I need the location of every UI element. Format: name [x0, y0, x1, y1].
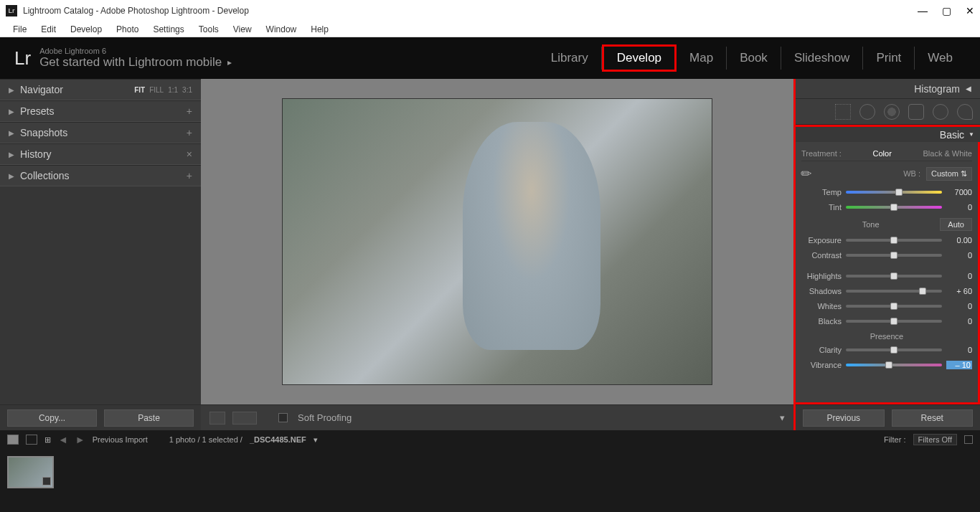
treatment-color[interactable]: Color — [873, 149, 892, 158]
soft-proofing-checkbox[interactable] — [278, 413, 288, 422]
filename-dropdown-icon[interactable]: ▾ — [314, 435, 318, 445]
module-library[interactable]: Library — [538, 47, 602, 70]
redeye-icon[interactable] — [884, 104, 900, 120]
exposure-value[interactable]: 0.00 — [946, 236, 972, 245]
disclosure-icon: ▶ — [9, 151, 14, 158]
basic-panel: Treatment : Color Black & White ✎ WB : C… — [796, 142, 980, 404]
menu-edit[interactable]: Edit — [34, 24, 63, 34]
paste-button[interactable]: Paste — [104, 409, 194, 427]
vibrance-value-input[interactable]: – 10 — [946, 361, 972, 369]
filter-dropdown[interactable]: Filters Off — [913, 434, 957, 445]
shadows-slider[interactable] — [846, 290, 942, 293]
zoom-3to1[interactable]: 3:1 — [182, 86, 192, 94]
nav-back-icon[interactable]: ◄ — [58, 434, 68, 445]
tone-section-label: Tone — [801, 220, 940, 229]
reset-button[interactable]: Reset — [892, 409, 974, 427]
left-panel-group: ▶ Navigator FIT FILL 1:1 3:1 ▶ Presets +… — [0, 79, 201, 430]
auto-tone-button[interactable]: Auto — [940, 218, 972, 231]
identity-subtitle: Adobe Lightroom 6 — [39, 47, 538, 55]
add-icon[interactable]: + — [187, 170, 192, 181]
add-icon[interactable]: + — [187, 127, 192, 138]
menu-photo[interactable]: Photo — [109, 24, 146, 34]
identity-title[interactable]: Get started with Lightroom mobile — [39, 55, 538, 70]
history-panel-header[interactable]: ▶ History × — [0, 143, 201, 165]
adjustment-brush-icon[interactable] — [957, 104, 973, 120]
module-map[interactable]: Map — [677, 47, 727, 70]
zoom-fit[interactable]: FIT — [134, 86, 145, 94]
zoom-fill[interactable]: FILL — [149, 86, 164, 94]
graduated-filter-icon[interactable] — [908, 104, 924, 120]
wb-dropdown[interactable]: Custom ⇅ — [926, 167, 972, 181]
photo-count: 1 photo / 1 selected / — [169, 435, 242, 444]
loupe-view-icon[interactable] — [209, 412, 225, 425]
whites-value[interactable]: 0 — [946, 302, 972, 310]
menu-view[interactable]: View — [226, 24, 259, 34]
filter-lock-icon[interactable] — [964, 435, 973, 444]
contrast-value[interactable]: 0 — [946, 251, 972, 260]
shadows-value[interactable]: + 60 — [946, 287, 972, 295]
spot-removal-icon[interactable] — [859, 104, 875, 120]
module-web[interactable]: Web — [915, 47, 966, 70]
toolbar-dropdown-icon[interactable]: ▾ — [780, 412, 785, 423]
navigator-panel-header[interactable]: ▶ Navigator FIT FILL 1:1 3:1 — [0, 79, 201, 100]
window-titlebar: Lr Lightroom Catalog - Adobe Photoshop L… — [0, 0, 980, 22]
wb-label: WB : — [818, 169, 920, 178]
temp-slider[interactable] — [846, 191, 942, 194]
previous-button[interactable]: Previous — [803, 409, 885, 427]
grid-view-icon[interactable]: ⊞ — [44, 435, 51, 445]
menu-bar: File Edit Develop Photo Settings Tools V… — [0, 22, 980, 37]
tint-value[interactable]: 0 — [946, 203, 972, 212]
main-window-icon[interactable] — [7, 435, 19, 445]
menu-settings[interactable]: Settings — [146, 24, 191, 34]
clarity-value[interactable]: 0 — [946, 346, 972, 354]
clarity-label: Clarity — [801, 346, 842, 354]
module-print[interactable]: Print — [863, 47, 915, 70]
source-label[interactable]: Previous Import — [93, 435, 148, 444]
blacks-slider[interactable] — [846, 320, 942, 323]
current-filename[interactable]: _DSC4485.NEF — [250, 435, 306, 444]
contrast-slider[interactable] — [846, 254, 942, 257]
menu-develop[interactable]: Develop — [63, 24, 109, 34]
minimize-button[interactable]: — — [918, 5, 928, 16]
maximize-button[interactable]: ▢ — [942, 5, 951, 16]
presets-panel-header[interactable]: ▶ Presets + — [0, 100, 201, 122]
before-after-icon[interactable] — [232, 412, 257, 425]
nav-forward-icon[interactable]: ► — [75, 434, 85, 445]
menu-tools[interactable]: Tools — [192, 24, 226, 34]
add-icon[interactable]: + — [187, 105, 192, 117]
snapshots-panel-header[interactable]: ▶ Snapshots + — [0, 122, 201, 143]
basic-panel-header[interactable]: Basic — [796, 125, 980, 142]
close-button[interactable]: ✕ — [966, 5, 974, 16]
blacks-value[interactable]: 0 — [946, 317, 972, 326]
module-book[interactable]: Book — [727, 47, 781, 70]
tint-slider[interactable] — [846, 206, 942, 209]
module-slideshow[interactable]: Slideshow — [781, 47, 864, 70]
tint-label: Tint — [801, 203, 842, 212]
presence-section-label: Presence — [801, 332, 972, 341]
clarity-slider[interactable] — [846, 349, 942, 351]
history-label: History — [20, 148, 187, 160]
filmstrip-thumbnail[interactable] — [7, 456, 54, 488]
wb-eyedropper-icon[interactable]: ✎ — [797, 164, 816, 183]
crop-tool-icon[interactable] — [835, 104, 851, 120]
secondary-window-icon[interactable] — [26, 435, 37, 445]
filmstrip[interactable] — [0, 449, 980, 512]
histogram-panel-header[interactable]: Histogram◀ — [796, 79, 980, 99]
temp-value[interactable]: 7000 — [946, 188, 972, 196]
module-develop[interactable]: Develop — [602, 44, 677, 72]
menu-help[interactable]: Help — [303, 24, 336, 34]
zoom-1to1[interactable]: 1:1 — [168, 86, 178, 94]
highlights-slider[interactable] — [846, 275, 942, 278]
highlights-value[interactable]: 0 — [946, 272, 972, 280]
radial-filter-icon[interactable] — [933, 104, 948, 120]
collections-panel-header[interactable]: ▶ Collections + — [0, 165, 201, 186]
copy-button[interactable]: Copy... — [7, 409, 97, 427]
clear-icon[interactable]: × — [187, 148, 192, 160]
menu-file[interactable]: File — [6, 24, 34, 34]
exposure-slider[interactable] — [846, 239, 942, 242]
vibrance-slider[interactable] — [846, 364, 942, 366]
image-preview-area[interactable] — [201, 79, 793, 404]
treatment-bw[interactable]: Black & White — [923, 149, 972, 158]
whites-slider[interactable] — [846, 305, 942, 308]
menu-window[interactable]: Window — [259, 24, 304, 34]
